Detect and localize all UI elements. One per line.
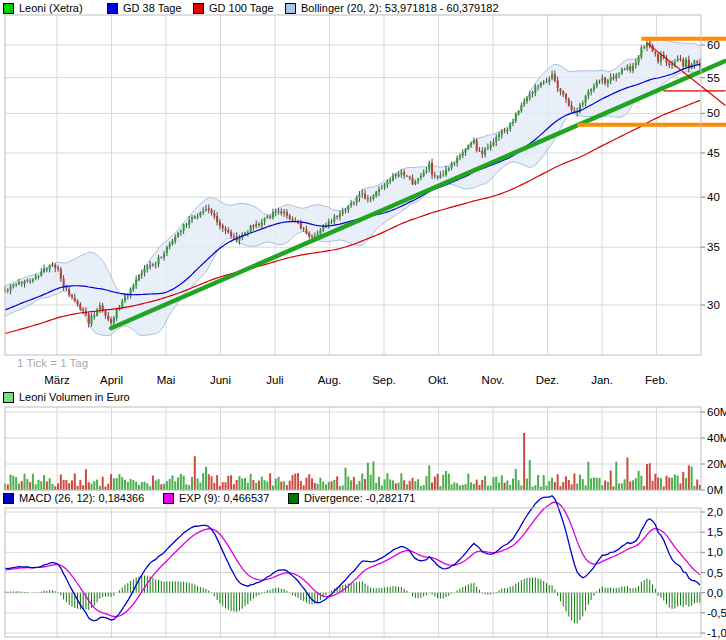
candle-body	[420, 176, 422, 178]
candle-body	[437, 177, 439, 178]
macd-axis-label: -1,0	[707, 627, 726, 639]
volume-bar	[428, 465, 430, 490]
volume-bar	[481, 480, 483, 490]
candle-body	[358, 195, 360, 198]
volume-bar	[149, 486, 151, 490]
candle-body	[624, 69, 626, 70]
candle-body	[372, 195, 374, 198]
candle-body	[213, 213, 215, 217]
candle-body	[562, 91, 564, 94]
candle-body	[127, 295, 129, 296]
candle-body	[135, 279, 137, 285]
volume-bar	[361, 474, 363, 490]
volume-bar	[130, 479, 132, 490]
candle-body	[403, 172, 405, 175]
volume-bar	[529, 460, 531, 490]
volume-bar	[526, 479, 528, 490]
candle-body	[495, 137, 497, 142]
candle-body	[364, 194, 366, 199]
candle-body	[453, 163, 455, 164]
volume-bar	[272, 486, 274, 490]
candle-body	[124, 297, 126, 301]
volume-bar	[412, 478, 414, 490]
candle-body	[319, 230, 321, 234]
volume-bar	[495, 477, 497, 490]
volume-bar	[414, 481, 416, 490]
volume-bar	[107, 484, 109, 490]
candle-body	[551, 74, 553, 79]
volume-bar	[370, 475, 372, 490]
volume-bar	[515, 469, 517, 490]
volume-bar	[252, 480, 254, 490]
candle-body	[506, 130, 508, 132]
volume-bar	[275, 479, 277, 490]
candle-body	[470, 142, 472, 145]
volume-bar	[233, 484, 235, 490]
candle-body	[386, 181, 388, 184]
candle-body	[512, 122, 514, 124]
volume-bar	[118, 474, 120, 490]
candle-body	[618, 73, 620, 74]
candle-body	[347, 206, 349, 210]
volume-bar	[677, 476, 679, 490]
volume-bar	[236, 480, 238, 490]
candle-body	[116, 309, 118, 318]
candle-body	[375, 192, 377, 196]
volume-bar	[138, 485, 140, 490]
volume-bar	[587, 462, 589, 490]
volume-bar	[679, 483, 681, 490]
volume-bar	[691, 467, 693, 490]
volume-bar	[459, 485, 461, 490]
candle-body	[300, 223, 302, 228]
volume-bar	[465, 484, 467, 490]
volume-bar	[183, 476, 185, 490]
candle-body	[24, 281, 26, 284]
volume-bar	[35, 484, 37, 490]
volume-bar	[448, 474, 450, 490]
candle-body	[222, 225, 224, 228]
volume-bar	[579, 475, 581, 490]
volume-bar	[322, 482, 324, 490]
volume-bar	[166, 481, 168, 490]
candle-body	[398, 174, 400, 176]
candle-body	[554, 74, 556, 81]
candle-body	[261, 222, 263, 226]
candle-body	[509, 124, 511, 129]
chart-canvas: 6055504540353060M40M20M0M2,01,51,00,50,0…	[0, 0, 726, 640]
candle-body	[467, 145, 469, 149]
volume-bar	[49, 478, 51, 490]
candle-body	[311, 237, 313, 238]
candle-body	[247, 232, 249, 233]
volume-bar	[266, 482, 268, 490]
macd-axis-label: 2,0	[707, 506, 723, 518]
month-label: Nov.	[482, 374, 505, 386]
candle-body	[278, 211, 280, 212]
candle-body	[113, 318, 115, 324]
volume-bar	[484, 476, 486, 490]
volume-bar	[632, 480, 634, 490]
candle-body	[626, 66, 628, 70]
volume-bar	[590, 478, 592, 490]
volume-bar	[596, 478, 598, 490]
volume-bar	[601, 485, 603, 490]
candle-body	[682, 59, 684, 66]
volume-bar	[289, 481, 291, 490]
candle-body	[638, 57, 640, 63]
volume-bar	[696, 479, 698, 490]
volume-bar	[674, 475, 676, 490]
candle-body	[571, 105, 573, 110]
volume-bar	[593, 477, 595, 490]
volume-bar	[305, 478, 307, 490]
price-axis-label: 50	[707, 107, 720, 119]
volume-bar	[492, 477, 494, 490]
candle-body	[208, 208, 210, 210]
candle-body	[174, 237, 176, 241]
candle-body	[585, 96, 587, 103]
candle-body	[442, 175, 444, 176]
volume-bar	[445, 471, 447, 490]
candle-body	[587, 91, 589, 95]
volume-bar	[188, 485, 190, 490]
candle-body	[202, 211, 204, 213]
volume-bar	[652, 481, 654, 490]
candle-body	[10, 286, 12, 291]
